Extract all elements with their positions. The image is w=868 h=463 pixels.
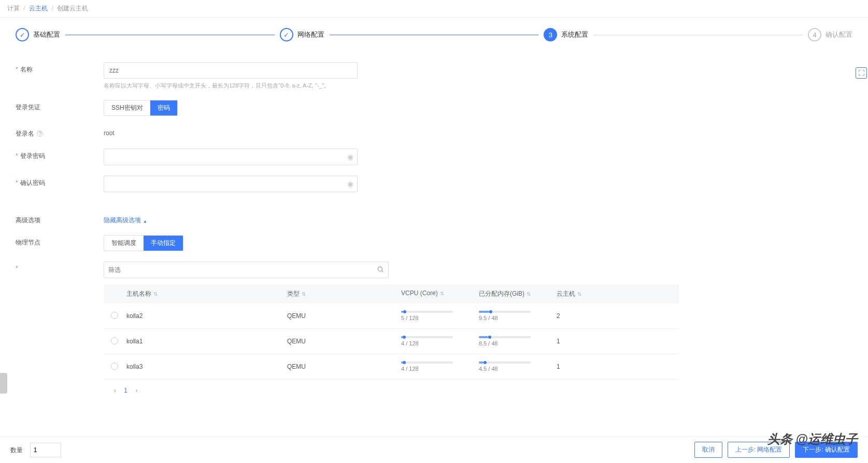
breadcrumb-l3: 创建云主机: [57, 5, 88, 12]
radio-icon[interactable]: [111, 363, 118, 370]
page-prev[interactable]: ‹: [114, 387, 116, 394]
th-name[interactable]: 主机名称: [126, 290, 151, 297]
breadcrumb-l2-link[interactable]: 云主机: [29, 5, 48, 12]
auth-ssh-button[interactable]: SSH密钥对: [104, 100, 150, 115]
vcpu-bar: 4 / 128: [401, 336, 453, 346]
vcpu-value: 5 / 128: [401, 315, 453, 321]
search-icon[interactable]: [377, 266, 384, 274]
help-icon[interactable]: ?: [37, 131, 43, 137]
mem-value: 4.5 / 48: [479, 366, 531, 372]
cell-vm: 2: [557, 312, 608, 320]
hide-advanced-toggle[interactable]: 隐藏高级选项: [104, 213, 147, 225]
password-label: 登录密码: [20, 152, 45, 160]
th-vm[interactable]: 云主机: [557, 290, 575, 297]
step-confirm: 4 确认配置: [808, 28, 852, 41]
mem-bar: 8.5 / 48: [479, 336, 531, 346]
required-mark: *: [16, 179, 18, 186]
radio-icon[interactable]: [111, 312, 118, 319]
login-label: 登录名: [16, 130, 34, 137]
page-current[interactable]: 1: [124, 387, 127, 394]
sort-icon[interactable]: ⇅: [440, 291, 444, 296]
table-row[interactable]: kolla3QEMU4 / 1284.5 / 481: [104, 354, 679, 380]
sort-icon[interactable]: ⇅: [302, 291, 306, 297]
auth-label: 登录凭证: [16, 104, 40, 111]
quantity-input[interactable]: [30, 443, 61, 443]
filter-input[interactable]: [108, 266, 377, 273]
cell-type: QEMU: [287, 338, 401, 345]
auth-password-button[interactable]: 密码: [150, 100, 177, 115]
cell-type: QEMU: [287, 363, 401, 370]
name-label: 名称: [20, 66, 33, 73]
svg-line-1: [382, 270, 383, 272]
mem-bar: 9.5 / 48: [479, 311, 531, 321]
table-row[interactable]: kolla1QEMU4 / 1288.5 / 481: [104, 329, 679, 354]
login-value: root: [104, 126, 358, 137]
step-basic[interactable]: 基础配置: [16, 28, 60, 41]
fullscreen-icon[interactable]: ⛶: [856, 67, 867, 79]
step-label: 系统配置: [561, 30, 588, 39]
sort-icon[interactable]: ⇅: [577, 291, 581, 297]
cell-vm: 1: [557, 338, 608, 345]
cancel-button[interactable]: 取消: [694, 442, 722, 443]
th-type[interactable]: 类型: [287, 290, 300, 297]
breadcrumb: 计算 / 云主机 / 创建云主机: [0, 0, 868, 18]
breadcrumb-sep: /: [23, 5, 25, 12]
name-input[interactable]: [104, 62, 358, 79]
cell-name: kolla2: [126, 312, 287, 320]
manual-assign-button[interactable]: 手动指定: [144, 236, 183, 251]
prev-step-button[interactable]: 上一步: 网络配置: [728, 442, 790, 443]
name-help-text: 名称应以大写字母、小写字母或中文开头，最长为128字符，且只包含"0-9, a-…: [104, 82, 358, 90]
vcpu-value: 4 / 128: [401, 340, 453, 346]
step-number: 4: [808, 28, 821, 41]
mem-bar: 4.5 / 48: [479, 361, 531, 372]
form-body: *名称 名称应以大写字母、小写字母或中文开头，最长为128字符，且只包含"0-9…: [0, 52, 868, 443]
side-drawer-handle[interactable]: [0, 373, 7, 394]
cell-name: kolla3: [126, 363, 287, 370]
step-line: [593, 35, 803, 35]
filter-search-wrap[interactable]: [104, 262, 389, 278]
smart-schedule-button[interactable]: 智能调度: [104, 236, 144, 251]
required-mark: *: [16, 66, 18, 73]
eye-off-icon[interactable]: ◉: [347, 180, 353, 188]
password-input[interactable]: [104, 149, 358, 165]
node-toggle-group: 智能调度 手动指定: [104, 235, 183, 251]
cell-name: kolla1: [126, 338, 287, 345]
step-label: 网络配置: [297, 30, 324, 39]
auth-toggle-group: SSH密钥对 密码: [104, 100, 178, 116]
table-row[interactable]: kolla2QEMU5 / 1289.5 / 482: [104, 303, 679, 329]
footer-bar: 数量 取消 上一步: 网络配置 下一步: 确认配置: [0, 436, 868, 443]
check-icon: [16, 28, 29, 41]
step-number: 3: [544, 28, 557, 41]
sort-icon[interactable]: ⇅: [153, 291, 158, 297]
confirm-password-input[interactable]: [104, 176, 358, 192]
page-next[interactable]: ›: [135, 387, 137, 394]
step-line: [330, 35, 539, 35]
cell-type: QEMU: [287, 312, 401, 320]
next-step-button[interactable]: 下一步: 确认配置: [795, 442, 858, 443]
th-vcpu[interactable]: VCPU (Core): [401, 290, 438, 297]
cell-vm: 1: [557, 363, 608, 370]
pagination: ‹ 1 ›: [104, 380, 679, 401]
eye-off-icon[interactable]: ◉: [347, 153, 353, 161]
confirm-password-label: 确认密码: [20, 179, 45, 186]
node-label: 物理节点: [16, 239, 40, 246]
step-network[interactable]: 网络配置: [280, 28, 324, 41]
step-label: 确认配置: [826, 30, 852, 39]
step-indicator: 基础配置 网络配置 3 系统配置 4 确认配置: [0, 18, 868, 52]
advanced-label: 高级选项: [16, 216, 40, 224]
step-line: [65, 35, 275, 35]
mem-value: 8.5 / 48: [479, 340, 531, 346]
radio-icon[interactable]: [111, 337, 118, 344]
mem-value: 9.5 / 48: [479, 315, 531, 321]
sort-icon[interactable]: ⇅: [527, 291, 531, 297]
svg-point-0: [378, 267, 382, 271]
vcpu-value: 4 / 128: [401, 366, 453, 372]
th-mem[interactable]: 已分配内存(GiB): [479, 290, 524, 297]
required-mark: *: [16, 265, 18, 272]
breadcrumb-l1: 计算: [7, 5, 20, 12]
check-icon: [280, 28, 293, 41]
required-mark: *: [16, 152, 18, 160]
breadcrumb-sep: /: [51, 5, 53, 12]
host-table: 主机名称⇅ 类型⇅ VCPU (Core)⇅ 已分配内存(GiB)⇅ 云主机⇅ …: [104, 284, 679, 401]
chevron-up-icon: [143, 217, 147, 224]
